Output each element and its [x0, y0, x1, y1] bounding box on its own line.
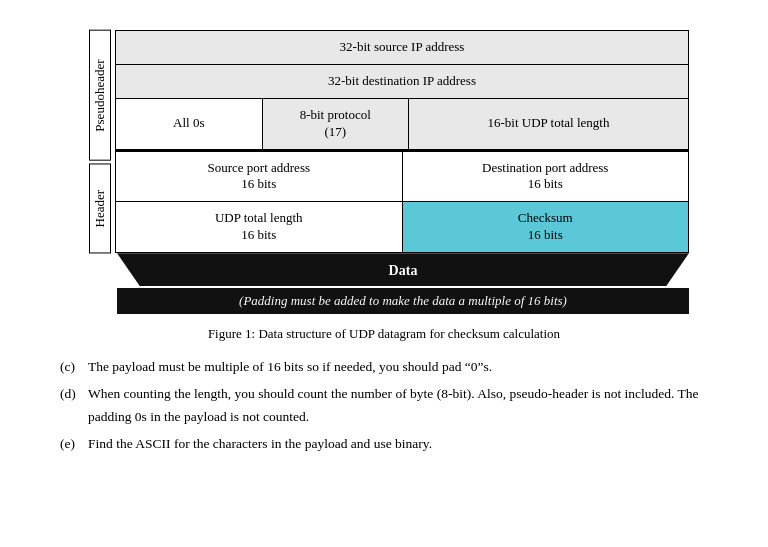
note-d: (d) When counting the length, you should… — [60, 383, 728, 429]
side-labels: Pseudoheader Header — [89, 30, 111, 253]
pseudoheader-label: Pseudoheader — [89, 30, 111, 161]
note-d-label: (d) — [60, 383, 88, 429]
source-port-cell: Source port address16 bits — [116, 152, 403, 202]
table-row: All 0s 8-bit protocol(17) 16-bit UDP tot… — [116, 99, 688, 149]
note-e: (e) Find the ASCII for the characters in… — [60, 433, 728, 456]
udp-total-length-cell: UDP total length16 bits — [116, 202, 403, 252]
data-label: Data — [117, 253, 689, 286]
note-e-label: (e) — [60, 433, 88, 456]
udp-total-length-pseudo-cell: 16-bit UDP total length — [409, 99, 688, 149]
data-padding-label: (Padding must be added to make the data … — [117, 288, 689, 314]
notes-section: (c) The payload must be multiple of 16 b… — [40, 356, 728, 456]
diagram-wrapper: Pseudoheader Header 32-bit source IP add… — [50, 20, 728, 314]
figure-caption: Figure 1: Data structure of UDP datagram… — [40, 326, 728, 342]
header-rows: Source port address16 bits Destination p… — [116, 152, 688, 253]
note-c-text: The payload must be multiple of 16 bits … — [88, 356, 728, 379]
dest-port-cell: Destination port address16 bits — [403, 152, 689, 202]
dest-ip-cell: 32-bit destination IP address — [116, 65, 688, 98]
diagram-container: Pseudoheader Header 32-bit source IP add… — [89, 30, 689, 253]
protocol-cell: 8-bit protocol(17) — [263, 99, 410, 149]
table-row: 32-bit source IP address — [116, 31, 688, 65]
header-label: Header — [89, 163, 111, 253]
note-e-text: Find the ASCII for the characters in the… — [88, 433, 728, 456]
all-zeros-cell: All 0s — [116, 99, 263, 149]
pseudo-rows: 32-bit source IP address 32-bit destinat… — [116, 31, 688, 152]
note-c: (c) The payload must be multiple of 16 b… — [60, 356, 728, 379]
note-c-label: (c) — [60, 356, 88, 379]
table-row: 32-bit destination IP address — [116, 65, 688, 99]
source-ip-cell: 32-bit source IP address — [116, 31, 688, 64]
table-row: UDP total length16 bits Checksum16 bits — [116, 202, 688, 252]
checksum-cell: Checksum16 bits — [403, 202, 689, 252]
note-d-text: When counting the length, you should cou… — [88, 383, 728, 429]
table-row: Source port address16 bits Destination p… — [116, 152, 688, 203]
data-section: Data (Padding must be added to make the … — [117, 253, 689, 314]
diagram-table: 32-bit source IP address 32-bit destinat… — [115, 30, 689, 253]
